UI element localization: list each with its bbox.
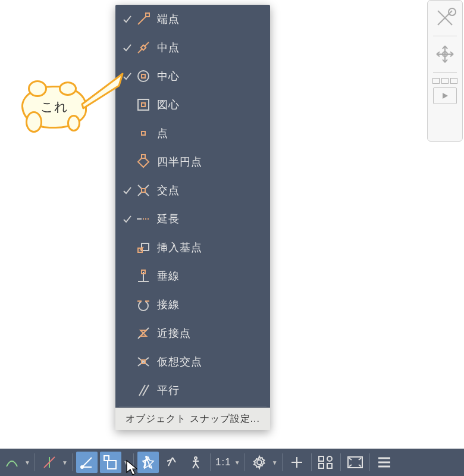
chevron-down-icon[interactable]: ▼ — [24, 459, 32, 466]
snap-item-apparent[interactable]: 仮想交点 — [115, 347, 270, 376]
menu-item-label: 接線 — [153, 298, 264, 312]
menu-item-label: 仮想交点 — [153, 355, 264, 369]
endpoint-icon — [133, 11, 153, 27]
snap-item-endpoint[interactable]: 端点 — [115, 5, 270, 33]
separator — [433, 72, 457, 73]
nearest-icon — [133, 325, 153, 341]
svg-rect-5 — [146, 13, 149, 17]
midpoint-icon — [133, 40, 153, 55]
snap-settings-label: オブジェクト スナップ設定... — [126, 413, 260, 425]
svg-point-2 — [449, 8, 456, 15]
svg-point-47 — [327, 456, 332, 461]
sb-gear-button[interactable] — [249, 452, 270, 473]
check-icon — [121, 43, 133, 52]
svg-rect-11 — [142, 103, 145, 107]
snap-item-extend[interactable]: 延長 — [115, 205, 270, 233]
check-icon — [121, 186, 133, 195]
snap-item-tangent[interactable]: 接線 — [115, 290, 270, 319]
sb-plus-button[interactable] — [286, 452, 308, 473]
svg-rect-12 — [142, 131, 145, 135]
apparent-icon — [133, 354, 153, 369]
divider — [244, 453, 245, 471]
menu-item-label: 点 — [153, 126, 264, 140]
divider — [35, 453, 35, 471]
svg-point-41 — [145, 456, 148, 458]
menu-item-label: 平行 — [153, 383, 264, 397]
check-icon — [121, 214, 133, 224]
menu-item-label: 図心 — [153, 98, 264, 112]
svg-rect-10 — [138, 99, 149, 110]
menu-item-label: 垂線 — [153, 269, 264, 283]
extend-icon — [133, 211, 153, 227]
parallel-icon — [133, 383, 153, 398]
svg-rect-46 — [319, 464, 324, 468]
callout-annotation: これ — [21, 86, 87, 129]
divider — [282, 453, 283, 471]
status-bar: ▼ ▼ ▼ — [0, 449, 464, 476]
play-panel-icon[interactable] — [433, 87, 457, 104]
chevron-down-icon[interactable]: ▼ — [271, 459, 280, 466]
right-toolbar — [427, 0, 463, 142]
snap-settings-item[interactable]: オブジェクト スナップ設定... — [115, 408, 270, 430]
snap-item-centroid[interactable]: 図心 — [115, 90, 270, 119]
sb-angle-button[interactable] — [76, 452, 98, 473]
divider — [340, 453, 341, 471]
check-icon — [121, 14, 133, 24]
center-icon — [133, 68, 153, 84]
sb-walk-button[interactable] — [137, 452, 159, 473]
snap-item-point[interactable]: 点 — [115, 119, 270, 148]
point-icon — [133, 126, 153, 141]
sb-layout-button[interactable] — [315, 452, 337, 473]
callout-bubble: これ — [21, 86, 87, 129]
sb-axis-button[interactable] — [39, 452, 60, 473]
perpendicular-icon — [133, 268, 153, 284]
check-icon — [121, 71, 133, 81]
snap-item-perpendicular[interactable]: 垂線 — [115, 262, 270, 290]
snap-context-menu: 端点中点中心図心点四半円点交点延長挿入基点垂線接線近接点仮想交点平行 オブジェク… — [115, 5, 270, 430]
svg-rect-13 — [142, 155, 145, 158]
svg-rect-29 — [142, 299, 145, 303]
nav-pan-icon[interactable] — [430, 39, 460, 69]
chevron-down-icon[interactable]: ▼ — [234, 459, 242, 466]
snap-item-parallel[interactable]: 平行 — [115, 376, 270, 405]
svg-rect-45 — [319, 456, 324, 461]
menu-separator — [119, 406, 267, 406]
svg-rect-16 — [142, 189, 145, 192]
snap-item-insert[interactable]: 挿入基点 — [115, 233, 270, 262]
menu-item-label: 延長 — [153, 212, 264, 226]
svg-point-42 — [195, 457, 197, 459]
nav-cross-icon[interactable] — [430, 3, 460, 33]
separator — [433, 36, 457, 36]
svg-rect-9 — [142, 74, 145, 78]
sb-spark-button[interactable] — [161, 452, 183, 473]
mini-panels-icon[interactable] — [432, 76, 457, 86]
divider — [133, 453, 134, 471]
centroid-icon — [133, 97, 153, 112]
insert-icon — [133, 240, 153, 255]
menu-item-label: 交点 — [153, 183, 264, 198]
sb-snap-button[interactable] — [100, 452, 121, 473]
svg-rect-40 — [108, 461, 116, 469]
sb-fullscreen-button[interactable] — [344, 452, 366, 473]
menu-item-label: 中心 — [153, 69, 264, 83]
divider — [210, 453, 211, 471]
menu-item-label: 端点 — [153, 12, 264, 26]
snap-item-nearest[interactable]: 近接点 — [115, 319, 270, 347]
svg-rect-48 — [327, 464, 332, 468]
sb-menu-button[interactable] — [374, 452, 395, 473]
sb-arc-button[interactable] — [1, 452, 23, 473]
snap-item-intersection[interactable]: 交点 — [115, 176, 270, 205]
divider — [72, 453, 73, 471]
snap-item-center[interactable]: 中心 — [115, 62, 270, 90]
scale-label[interactable]: 1:1 — [213, 456, 234, 468]
divider — [369, 453, 370, 471]
menu-item-label: 中点 — [153, 40, 264, 55]
svg-rect-39 — [104, 456, 109, 461]
snap-item-quadrant[interactable]: 四半円点 — [115, 148, 270, 176]
snap-item-midpoint[interactable]: 中点 — [115, 33, 270, 62]
chevron-down-icon[interactable]: ▼ — [123, 459, 131, 466]
sb-person-button[interactable] — [185, 452, 206, 473]
chevron-down-icon[interactable]: ▼ — [61, 459, 70, 466]
intersection-icon — [133, 183, 153, 198]
menu-item-label: 近接点 — [153, 326, 264, 340]
